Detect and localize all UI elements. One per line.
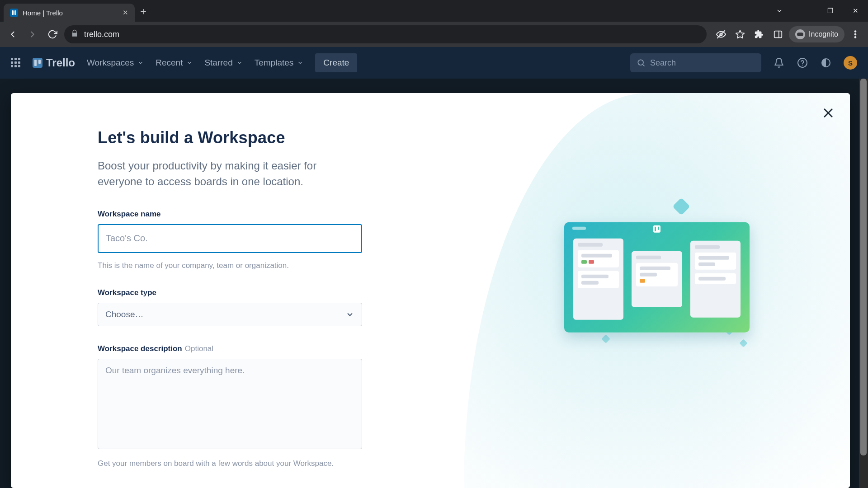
menu-recent[interactable]: Recent	[156, 58, 193, 68]
scrollbar-thumb[interactable]	[860, 79, 867, 455]
sparkle-icon	[601, 334, 610, 343]
menu-starred-label: Starred	[204, 58, 232, 68]
trello-header: Trello Workspaces Recent Starred Templat…	[0, 47, 868, 79]
window-close-button[interactable]: ✕	[843, 2, 868, 20]
workspace-type-label: Workspace type	[98, 288, 405, 297]
close-icon	[822, 107, 835, 119]
search-placeholder: Search	[650, 58, 676, 68]
trello-logo[interactable]: Trello	[33, 56, 75, 69]
page-scrollbar[interactable]	[859, 79, 868, 488]
trello-favicon	[10, 9, 18, 17]
workspace-name-helper: This is the name of your company, team o…	[98, 261, 405, 270]
workspace-description-input[interactable]	[98, 359, 362, 449]
svg-point-8	[638, 60, 643, 65]
modal-close-button[interactable]	[822, 107, 835, 121]
window-maximize-button[interactable]: ❐	[817, 2, 843, 20]
svg-marker-2	[736, 30, 744, 38]
board-illustration	[564, 222, 750, 333]
incognito-icon	[795, 29, 805, 39]
eye-blocked-icon[interactable]	[713, 26, 729, 42]
avatar-initial: S	[848, 59, 853, 67]
workspace-name-label: Workspace name	[98, 210, 405, 219]
extensions-icon[interactable]	[751, 26, 767, 42]
modal-form: Let's build a Workspace Boost your produ…	[11, 93, 464, 488]
workspace-description-optional: Optional	[185, 344, 213, 353]
menu-starred[interactable]: Starred	[204, 58, 242, 68]
svg-line-9	[643, 65, 645, 66]
create-button-label: Create	[323, 58, 349, 67]
svg-rect-3	[774, 31, 782, 38]
menu-workspaces[interactable]: Workspaces	[87, 58, 144, 68]
menu-recent-label: Recent	[156, 58, 183, 68]
modal-subtitle: Boost your productivity by making it eas…	[98, 158, 351, 190]
window-controls: ― ❐ ✕	[767, 0, 868, 22]
modal-illustration-panel	[464, 93, 850, 488]
address-bar[interactable]: trello.com	[64, 25, 707, 43]
bookmark-star-icon[interactable]	[732, 26, 748, 42]
trello-logo-text: Trello	[46, 56, 75, 69]
sparkle-icon	[739, 339, 747, 347]
trello-logo-icon	[33, 58, 42, 68]
lock-icon	[71, 29, 79, 40]
svg-point-5	[855, 31, 856, 32]
nav-reload-button[interactable]	[44, 26, 61, 42]
account-avatar[interactable]: S	[844, 56, 857, 70]
side-panel-icon[interactable]	[770, 26, 786, 42]
workspace-type-selected: Choose…	[105, 310, 144, 319]
incognito-label: Incognito	[809, 30, 838, 38]
workspace-description-label: Workspace description Optional	[98, 344, 405, 353]
browser-tab-active[interactable]: Home | Trello ✕	[4, 4, 135, 22]
help-icon[interactable]	[797, 57, 808, 69]
svg-point-7	[855, 37, 856, 38]
notifications-icon[interactable]	[773, 57, 785, 69]
app-body: Let's build a Workspace Boost your produ…	[0, 79, 868, 488]
theme-icon[interactable]	[820, 57, 832, 69]
tab-title: Home | Trello	[23, 9, 118, 17]
tab-search-button[interactable]	[767, 2, 792, 20]
create-workspace-modal: Let's build a Workspace Boost your produ…	[11, 93, 850, 488]
browser-titlebar: Home | Trello ✕ ＋ ― ❐ ✕	[0, 0, 868, 22]
workspace-description-helper: Get your members on board with a few wor…	[98, 459, 405, 468]
tab-close-icon[interactable]: ✕	[123, 9, 128, 17]
browser-toolbar: trello.com Incognito	[0, 22, 868, 47]
search-input[interactable]: Search	[630, 53, 761, 72]
menu-templates[interactable]: Templates	[255, 58, 304, 68]
browser-tabs: Home | Trello ✕ ＋	[4, 0, 152, 22]
modal-title: Let's build a Workspace	[98, 128, 405, 147]
menu-workspaces-label: Workspaces	[87, 58, 134, 68]
nav-forward-button[interactable]	[24, 26, 41, 42]
sparkle-icon	[672, 197, 690, 216]
address-url: trello.com	[84, 30, 119, 39]
app-switcher-icon[interactable]	[11, 58, 21, 68]
new-tab-button[interactable]: ＋	[135, 5, 152, 18]
nav-back-button[interactable]	[5, 26, 21, 42]
workspace-name-input[interactable]	[98, 224, 362, 253]
search-icon	[637, 58, 646, 67]
workspace-type-select[interactable]: Choose…	[98, 303, 362, 326]
workspace-description-label-text: Workspace description	[98, 344, 182, 353]
browser-menu-icon[interactable]	[847, 26, 863, 42]
create-button[interactable]: Create	[315, 53, 357, 72]
menu-templates-label: Templates	[255, 58, 294, 68]
chevron-down-icon	[345, 310, 354, 319]
trello-logo-icon	[653, 225, 660, 233]
incognito-badge[interactable]: Incognito	[789, 26, 844, 42]
svg-point-6	[855, 34, 856, 35]
window-minimize-button[interactable]: ―	[792, 2, 817, 20]
